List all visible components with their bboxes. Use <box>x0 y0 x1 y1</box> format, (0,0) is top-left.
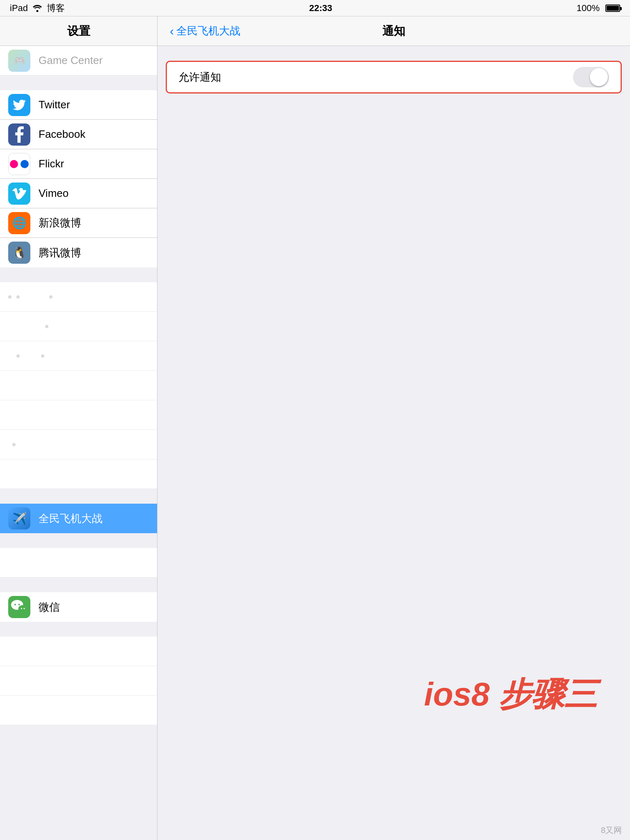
wechat-section: 微信 <box>0 592 157 622</box>
wechat-label: 微信 <box>39 600 149 614</box>
weibo-sina-label: 新浪微博 <box>39 216 149 230</box>
faded-item-3[interactable] <box>0 341 157 371</box>
weibo-sina-item[interactable]: 🌐 新浪微博 <box>0 208 157 238</box>
battery-icon <box>605 5 620 12</box>
settings-list: 🎮 Game Center Twitter <box>0 46 157 840</box>
faded-item-11[interactable] <box>0 696 157 725</box>
main-layout: 设置 🎮 Game Center <box>0 16 630 840</box>
status-left: iPad 博客 <box>10 2 65 14</box>
weibo-sina-icon: 🌐 <box>8 212 30 234</box>
faded-item-4[interactable] <box>0 371 157 400</box>
weibo-tencent-icon: 🐧 <box>8 242 30 264</box>
detail-header: ‹ 全民飞机大战 通知 <box>158 16 630 46</box>
wifi-icon <box>33 5 42 12</box>
spacer-6 <box>0 622 157 637</box>
blog-label: 博客 <box>47 2 65 14</box>
facebook-label: Facebook <box>39 128 149 141</box>
twitter-label: Twitter <box>39 98 149 111</box>
svg-point-3 <box>14 604 16 605</box>
allow-notification-toggle[interactable] <box>573 67 609 87</box>
toggle-knob <box>590 68 608 86</box>
faded-item-9[interactable] <box>0 637 157 666</box>
back-chevron-icon: ‹ <box>170 24 174 38</box>
wechat-item[interactable]: 微信 <box>0 592 157 622</box>
gamecenter-icon: 🎮 <box>8 50 30 72</box>
vimeo-item[interactable]: Vimeo <box>0 179 157 208</box>
quanmin-item[interactable]: ✈️ 全民飞机大战 <box>0 504 157 533</box>
facebook-item[interactable]: Facebook <box>0 120 157 149</box>
faded-item-10[interactable] <box>0 666 157 696</box>
vimeo-label: Vimeo <box>39 187 149 200</box>
status-right: 100% <box>577 3 620 14</box>
faded-item-8[interactable] <box>0 548 157 578</box>
faded-item-1[interactable] <box>0 282 157 312</box>
detail-panel: ‹ 全民飞机大战 通知 允许通知 ios8 步骤三 8又网 <box>158 16 630 840</box>
post-quanmin-section <box>0 548 157 578</box>
weibo-tencent-label: 腾讯微博 <box>39 246 149 260</box>
faded-item-2[interactable] <box>0 312 157 341</box>
facebook-icon <box>8 123 30 146</box>
status-bar: iPad 博客 22:33 100% <box>0 0 630 16</box>
back-button[interactable]: ‹ 全民飞机大战 <box>170 24 240 38</box>
quanmin-icon: ✈️ <box>8 507 30 530</box>
svg-point-6 <box>23 608 25 609</box>
svg-point-4 <box>18 604 20 605</box>
flickr-item[interactable]: Flickr <box>0 149 157 179</box>
spacer-5 <box>0 578 157 592</box>
settings-panel: 设置 🎮 Game Center <box>0 16 158 840</box>
svg-point-0 <box>37 10 39 12</box>
spacer-1 <box>0 75 157 90</box>
bottom-faded-section <box>0 637 157 725</box>
flickr-label: Flickr <box>39 158 149 170</box>
settings-header: 设置 <box>0 16 157 46</box>
quanmin-label: 全民飞机大战 <box>39 511 149 526</box>
faded-item-5[interactable] <box>0 400 157 430</box>
flickr-icon <box>8 153 30 175</box>
status-time: 22:33 <box>309 3 332 14</box>
gamecenter-item[interactable]: 🎮 Game Center <box>0 46 157 75</box>
twitter-icon <box>8 94 30 116</box>
back-label: 全民飞机大战 <box>176 24 240 38</box>
watermark: 8又网 <box>601 825 622 836</box>
social-section: Twitter Facebook <box>0 90 157 267</box>
annotation-text: ios8 步骤三 <box>424 673 597 717</box>
allow-notification-label: 允许通知 <box>178 70 573 84</box>
allow-notification-row: 允许通知 <box>166 61 622 94</box>
svg-point-2 <box>18 605 27 612</box>
vimeo-icon <box>8 183 30 205</box>
device-label: iPad <box>10 3 28 14</box>
detail-content: 允许通知 <box>158 46 630 840</box>
gamecenter-section: 🎮 Game Center <box>0 46 157 75</box>
other-apps-section <box>0 282 157 489</box>
spacer-4 <box>0 533 157 548</box>
settings-title: 设置 <box>67 23 90 39</box>
battery-pct: 100% <box>577 3 600 14</box>
gamecenter-label: Game Center <box>39 54 149 67</box>
faded-item-7[interactable] <box>0 459 157 489</box>
quanmin-section: ✈️ 全民飞机大战 <box>0 504 157 533</box>
weibo-tencent-item[interactable]: 🐧 腾讯微博 <box>0 238 157 267</box>
twitter-item[interactable]: Twitter <box>0 90 157 120</box>
spacer-2 <box>0 267 157 282</box>
wechat-icon <box>8 596 30 618</box>
detail-title: 通知 <box>382 23 405 39</box>
faded-item-6[interactable] <box>0 430 157 459</box>
spacer-3 <box>0 489 157 504</box>
svg-point-5 <box>21 608 22 609</box>
